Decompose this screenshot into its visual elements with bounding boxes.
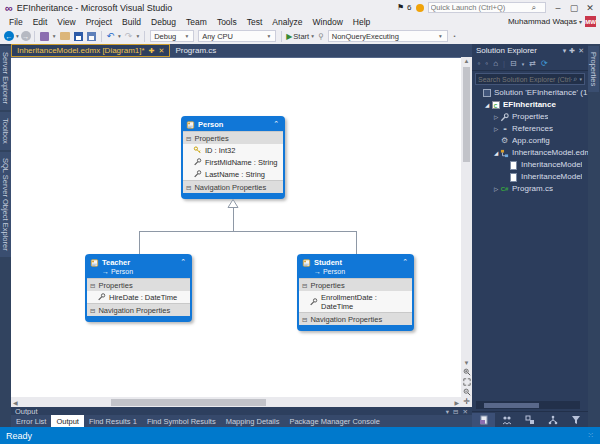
- navigate-forward-button[interactable]: →: [21, 31, 31, 41]
- entity-property-row[interactable]: HireDate : DateTime: [87, 291, 190, 303]
- entity-teacher[interactable]: Teacher→ Person⌃⊟PropertiesHireDate : Da…: [85, 254, 192, 322]
- chevron-down-icon[interactable]: ▾: [311, 33, 314, 39]
- attach-process-icon[interactable]: ⚲: [318, 32, 324, 41]
- scroll-up-icon[interactable]: ▲: [464, 57, 470, 65]
- tree-item-program-cs[interactable]: ▷C#Program.cs: [472, 183, 588, 195]
- zoom-in-icon[interactable]: [463, 368, 471, 376]
- chevron-down-icon[interactable]: ▾: [16, 33, 19, 39]
- tree-item-solution-efinheritance-1-proje[interactable]: Solution 'EFInheritance' (1 project): [472, 87, 588, 99]
- chevron-down-icon[interactable]: ▾: [522, 61, 525, 67]
- tab-solution-explorer[interactable]: [472, 413, 495, 427]
- menu-item-project[interactable]: Project: [81, 17, 117, 27]
- collapse-all-icon[interactable]: ⊟: [510, 59, 517, 68]
- quick-launch-input[interactable]: [428, 2, 546, 13]
- avatar[interactable]: MW: [585, 16, 596, 27]
- bottom-tab-find-results-1[interactable]: Find Results 1: [84, 415, 142, 427]
- section-expander-icon[interactable]: ⊟: [302, 282, 307, 289]
- tree-item-app-config[interactable]: ⚙App.config: [472, 135, 588, 147]
- solution-explorer-titlebar[interactable]: Solution Explorer ▾ ✚ ✕: [472, 44, 588, 57]
- solution-platform-select[interactable]: Any CPU▾: [198, 30, 276, 42]
- pin-icon[interactable]: ✚: [149, 47, 155, 55]
- entity-property-row[interactable]: FirstMidName : String: [183, 156, 283, 168]
- entity-property-row[interactable]: EnrollmentDate : DateTime: [299, 291, 412, 312]
- navigate-back-button[interactable]: ←: [4, 31, 14, 41]
- tool-tab-properties[interactable]: Properties: [588, 46, 599, 92]
- menu-item-window[interactable]: Window: [308, 17, 348, 27]
- scroll-right-icon[interactable]: ▶: [452, 399, 461, 406]
- search-input[interactable]: [478, 76, 572, 83]
- horizontal-scroll-thumb[interactable]: [111, 399, 266, 406]
- notification-icon[interactable]: [416, 4, 424, 12]
- entity-header[interactable]: Student→ Person⌃: [299, 256, 412, 278]
- tree-item-references[interactable]: ▷▪▪References: [472, 123, 588, 135]
- entity-header[interactable]: Person⌃: [183, 118, 283, 131]
- resize-grip[interactable]: ⁙: [587, 431, 594, 440]
- chevron-down-icon[interactable]: ▾: [136, 33, 139, 39]
- tree-item-inheritancemodel[interactable]: InheritanceModel: [472, 159, 588, 171]
- forward-icon[interactable]: ◦: [485, 59, 488, 68]
- save-all-button[interactable]: [87, 32, 96, 41]
- refresh-icon[interactable]: ⟳: [541, 59, 548, 68]
- close-icon[interactable]: ✕: [159, 47, 165, 55]
- section-expander-icon[interactable]: ⊟: [90, 307, 95, 314]
- bottom-tab-package-manager-console[interactable]: Package Manager Console: [284, 415, 384, 427]
- horizontal-scroll-thumb[interactable]: [484, 403, 539, 408]
- collapse-chevron-icon[interactable]: ⌃: [180, 258, 186, 266]
- bottom-tab-output[interactable]: Output: [51, 415, 84, 427]
- vertical-scroll-thumb[interactable]: [463, 67, 470, 162]
- expander-collapsed-icon[interactable]: ▷: [492, 183, 500, 195]
- pan-tool-icon[interactable]: ✛: [461, 397, 472, 407]
- document-tab-program-cs[interactable]: Program.cs: [170, 44, 221, 57]
- expander-expanded-icon[interactable]: ◢: [492, 147, 500, 159]
- editor-vertical-scrollbar[interactable]: ▲ ▼: [461, 57, 472, 397]
- section-expander-icon[interactable]: ⊟: [186, 184, 191, 191]
- tab-class-view[interactable]: [518, 413, 541, 427]
- zoom-out-icon[interactable]: [463, 388, 471, 396]
- tool-tab-toolbox[interactable]: Toolbox: [0, 112, 11, 150]
- expander-collapsed-icon[interactable]: ▷: [492, 111, 500, 123]
- menu-item-help[interactable]: Help: [348, 17, 375, 27]
- chevron-down-icon[interactable]: ▾: [53, 33, 56, 39]
- chevron-down-icon[interactable]: ▾: [563, 47, 567, 55]
- section-expander-icon[interactable]: ⊟: [186, 135, 191, 142]
- tab-property-manager[interactable]: [542, 413, 565, 427]
- menu-item-analyze[interactable]: Analyze: [267, 17, 307, 27]
- entity-section-header[interactable]: ⊟Navigation Properties: [183, 180, 283, 193]
- sync-with-active-document-icon[interactable]: ⇄: [529, 59, 536, 68]
- menu-item-file[interactable]: File: [4, 17, 28, 27]
- chevron-down-icon[interactable]: ▾: [118, 33, 121, 39]
- expander-expanded-icon[interactable]: ◢: [483, 99, 491, 111]
- toolbar-overflow-button[interactable]: ▪: [454, 33, 456, 39]
- menu-item-debug[interactable]: Debug: [146, 17, 181, 27]
- entity-section-header[interactable]: ⊟Properties: [299, 278, 412, 291]
- menu-item-test[interactable]: Test: [242, 17, 268, 27]
- menu-item-team[interactable]: Team: [181, 17, 212, 27]
- entity-section-header[interactable]: ⊟Navigation Properties: [87, 303, 190, 316]
- editor-horizontal-scrollbar[interactable]: ◀ ▶: [11, 397, 461, 407]
- entity-header[interactable]: Teacher→ Person⌃: [87, 256, 190, 278]
- save-button[interactable]: [74, 32, 83, 41]
- tree-item-inheritancemodel-edmx[interactable]: ◢InheritanceModel.edmx: [472, 147, 588, 159]
- menu-item-view[interactable]: View: [52, 17, 80, 27]
- open-file-button[interactable]: [60, 32, 70, 40]
- minimize-button[interactable]: –: [551, 3, 565, 13]
- solution-explorer-horizontal-scrollbar[interactable]: [476, 401, 580, 409]
- expander-collapsed-icon[interactable]: ▷: [492, 123, 500, 135]
- entity-section-header[interactable]: ⊟Properties: [183, 131, 283, 144]
- home-icon[interactable]: ⌂: [493, 59, 498, 68]
- entity-property-row[interactable]: LastName : String: [183, 168, 283, 180]
- tab-team-explorer[interactable]: [495, 413, 518, 427]
- tree-item-inheritancemodel[interactable]: InheritanceModel: [472, 171, 588, 183]
- bottom-tab-mapping-details[interactable]: Mapping Details: [221, 415, 285, 427]
- back-icon[interactable]: ◦: [478, 59, 481, 68]
- tool-tab-server-explorer[interactable]: Server Explorer: [0, 46, 11, 110]
- menu-item-edit[interactable]: Edit: [28, 17, 53, 27]
- edmx-designer-canvas[interactable]: Person⌃⊟PropertiesID : Int32FirstMidName…: [11, 57, 461, 397]
- collapse-chevron-icon[interactable]: ⌃: [273, 120, 279, 128]
- menu-item-build[interactable]: Build: [117, 17, 146, 27]
- pin-icon[interactable]: ✚: [569, 47, 575, 55]
- intellitrace-event-select[interactable]: NonQueryExecuting▾: [328, 30, 448, 42]
- tree-item-properties[interactable]: ▷Properties: [472, 111, 588, 123]
- redo-button[interactable]: ↷: [125, 31, 133, 41]
- tool-tab-sql-server-object-explorer[interactable]: SQL Server Object Explorer: [0, 152, 11, 257]
